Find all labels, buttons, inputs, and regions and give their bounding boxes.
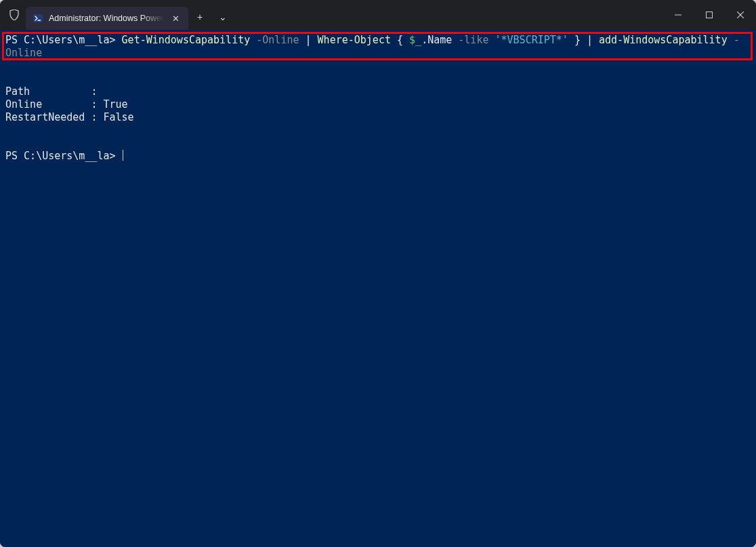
shield-icon	[8, 8, 20, 22]
titlebar-left: Administrator: Windows PowerShell ✕ + ⌄	[0, 0, 663, 30]
pipe-operator: |	[587, 34, 599, 46]
terminal-body[interactable]: PS C:\Users\m__la> Get-WindowsCapability…	[0, 30, 756, 547]
close-button[interactable]	[725, 0, 756, 30]
output-line: Online :	[5, 98, 104, 110]
operator-like: -like	[452, 34, 488, 46]
svg-rect-0	[33, 14, 43, 22]
output-line: RestartNeeded :	[5, 111, 104, 123]
output-value: True	[104, 98, 128, 110]
new-tab-button[interactable]: +	[188, 5, 211, 28]
tab-close-button[interactable]: ✕	[169, 12, 182, 24]
powershell-icon	[33, 13, 43, 24]
tab-dropdown-button[interactable]: ⌄	[211, 5, 234, 28]
svg-rect-3	[707, 12, 713, 18]
titlebar: Administrator: Windows PowerShell ✕ + ⌄	[0, 0, 756, 30]
space	[488, 34, 495, 46]
output-value: False	[104, 111, 134, 123]
brace: }	[568, 34, 587, 46]
tab-active[interactable]: Administrator: Windows PowerShell ✕	[26, 7, 188, 30]
parameter-wrapped: Online	[5, 47, 42, 59]
member: .Name	[421, 34, 452, 46]
brace: {	[391, 34, 409, 46]
output-line: Path :	[5, 85, 97, 98]
parameter: -Online	[250, 34, 299, 46]
cmdlet: Where-Object	[318, 34, 391, 46]
prompt: PS C:\Users\m__la>	[5, 150, 122, 162]
cursor	[123, 150, 123, 161]
maximize-button[interactable]	[694, 0, 725, 30]
dash: -	[728, 34, 740, 46]
variable: $_	[409, 34, 421, 46]
pipe-operator: |	[299, 34, 318, 46]
cmdlet: add-WindowsCapability	[599, 34, 728, 46]
prompt: PS C:\Users\m__la>	[5, 34, 122, 46]
tab-title: Administrator: Windows PowerShell	[49, 14, 164, 23]
window-controls	[663, 0, 756, 30]
cmdlet: Get-WindowsCapability	[122, 34, 251, 46]
string-literal: '*VBSCRIPT*'	[495, 34, 568, 46]
terminal-window: Administrator: Windows PowerShell ✕ + ⌄ …	[0, 0, 756, 547]
minimize-button[interactable]	[663, 0, 694, 30]
